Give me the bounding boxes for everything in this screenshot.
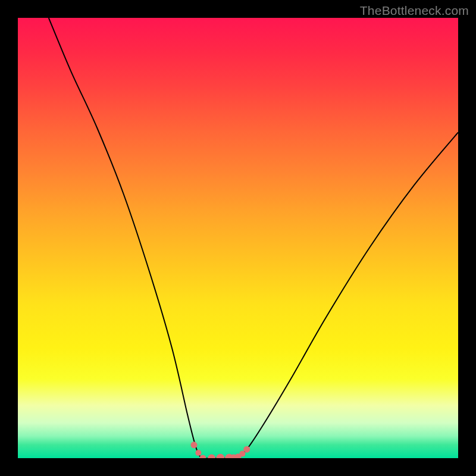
chart-frame: TheBottleneck.com [0, 0, 476, 476]
marker-dot [243, 446, 250, 453]
marker-dot [208, 455, 215, 459]
plot-area [18, 18, 458, 458]
watermark-text: TheBottleneck.com [360, 4, 469, 18]
curve-path [49, 18, 458, 458]
marker-dot [195, 450, 201, 456]
marker-dot [239, 451, 245, 457]
marker-dot [216, 454, 224, 458]
curve-line [49, 18, 458, 458]
marker-dot [199, 455, 206, 459]
marker-dot [191, 441, 198, 448]
chart-svg [18, 18, 458, 458]
